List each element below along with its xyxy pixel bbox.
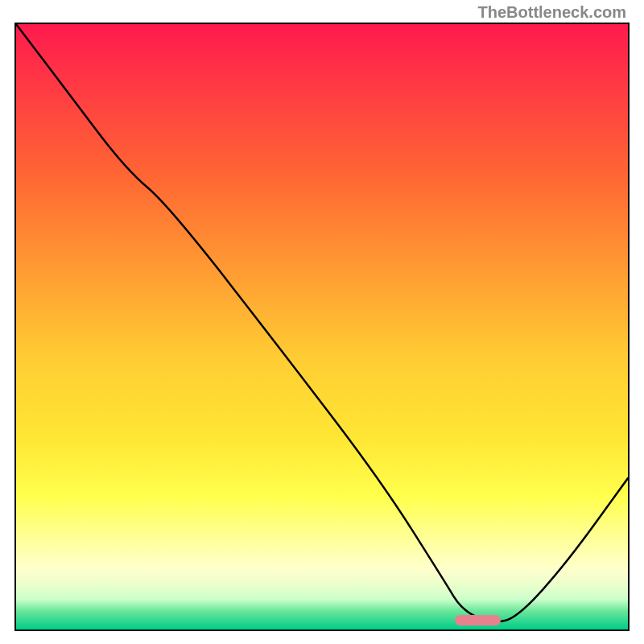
chart-line — [16, 24, 628, 630]
chart-marker-pill — [455, 615, 501, 626]
watermark-text: TheBottleneck.com — [478, 3, 626, 22]
chart-area — [14, 23, 630, 631]
